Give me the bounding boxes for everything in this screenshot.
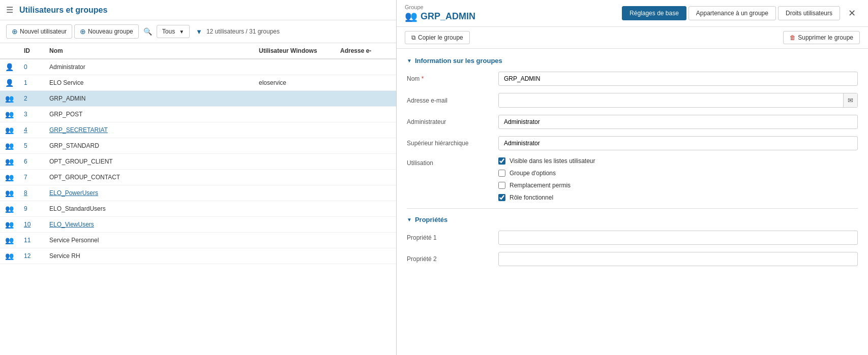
prop2-label: Propriété 2 (407, 255, 498, 263)
filter-icon: ▼ (196, 28, 202, 36)
table-row[interactable]: 👥6OPT_GROUP_CLIENT (0, 154, 396, 170)
row-name[interactable]: OPT_GROUP_CLIENT (44, 154, 254, 170)
menu-icon[interactable]: ☰ (6, 5, 13, 15)
delete-group-button[interactable]: 🗑 Supprimer le groupe (783, 31, 860, 44)
checkbox-remplacement-input[interactable] (498, 182, 505, 189)
group-title-area: Groupe 👥 GRP_ADMIN (405, 4, 618, 22)
tab-appartenance-groupe[interactable]: Appartenance à un groupe (689, 6, 776, 20)
row-name[interactable]: GRP_ADMIN (44, 91, 254, 107)
row-name[interactable]: ELO_StandardUsers (44, 201, 254, 217)
form-row-prop1: Propriété 1 (407, 231, 858, 245)
row-name[interactable]: Administrator (44, 59, 254, 75)
col-icon (0, 43, 19, 59)
row-icon-cell: 👥 (0, 154, 19, 170)
row-name[interactable]: GRP_STANDARD (44, 138, 254, 154)
email-label: Adresse e-mail (407, 97, 498, 104)
col-windows-user: Utilisateur Windows (254, 43, 335, 59)
close-button[interactable]: ✕ (844, 6, 860, 21)
row-name[interactable]: Service RH (44, 248, 254, 264)
table-row[interactable]: 👥11Service Personnel (0, 233, 396, 248)
row-icon-cell: 👥 (0, 248, 19, 264)
row-name[interactable]: GRP_SECRETARIAT (44, 122, 254, 138)
row-windows-user (254, 107, 335, 122)
checkbox-options-group-input[interactable] (498, 170, 505, 177)
table-row[interactable]: 👥4GRP_SECRETARIAT (0, 122, 396, 138)
form-content: ▼ Information sur les groupes Nom * Adre… (397, 49, 868, 281)
group-icon: 👥 (5, 205, 14, 213)
table-row[interactable]: 👥9ELO_StandardUsers (0, 201, 396, 217)
col-id: ID (19, 43, 44, 59)
row-email (335, 170, 396, 185)
row-windows-user (254, 217, 335, 233)
checkbox-remplacement: Remplacement permis (498, 182, 858, 189)
row-windows-user (254, 91, 335, 107)
prop1-input[interactable] (498, 231, 858, 245)
row-name[interactable]: ELO_ViewUsers (44, 217, 254, 233)
user-icon: 👤 (5, 63, 14, 71)
trash-icon: 🗑 (790, 34, 796, 41)
nom-input[interactable] (498, 72, 858, 86)
table-row[interactable]: 👥8ELO_PowerUsers (0, 185, 396, 201)
row-email (335, 107, 396, 122)
checkbox-visible-input[interactable] (498, 157, 505, 165)
section-properties-header[interactable]: ▼ Propriétés (407, 216, 858, 223)
row-name[interactable]: OPT_GROUP_CONTACT (44, 170, 254, 185)
section-properties-title: Propriétés (415, 216, 447, 223)
header-bar: ☰ Utilisateurs et groupes (0, 0, 396, 20)
table-row[interactable]: 👤0Administrator (0, 59, 396, 75)
superior-input[interactable] (498, 136, 858, 150)
email-input[interactable] (499, 94, 843, 107)
checkbox-visible-label[interactable]: Visible dans les listes utilisateur (510, 157, 595, 165)
table-row[interactable]: 👥12Service RH (0, 248, 396, 264)
new-group-button[interactable]: ⊕ Nouveau groupe (74, 24, 139, 39)
tab-droits-utilisateurs[interactable]: Droits utilisateurs (778, 6, 840, 20)
row-id: 8 (19, 185, 44, 201)
email-input-wrap: ✉ (498, 93, 858, 108)
row-windows-user (254, 233, 335, 248)
section-group-info-header[interactable]: ▼ Information sur les groupes (407, 57, 858, 64)
row-windows-user (254, 59, 335, 75)
left-panel: ☰ Utilisateurs et groupes ⊕ Nouvel utili… (0, 0, 397, 355)
app-title: Utilisateurs et groupes (19, 6, 390, 15)
row-id: 11 (19, 233, 44, 248)
mail-icon[interactable]: ✉ (843, 93, 857, 107)
table-row[interactable]: 👥5GRP_STANDARD (0, 138, 396, 154)
form-row-email: Adresse e-mail ✉ (407, 93, 858, 108)
admin-input[interactable] (498, 115, 858, 129)
checkbox-role-fonctionnel-input[interactable] (498, 194, 505, 201)
prop2-input[interactable] (498, 252, 858, 266)
table-row[interactable]: 👥2GRP_ADMIN (0, 91, 396, 107)
row-icon-cell: 👥 (0, 107, 19, 122)
filter-dropdown[interactable]: Tous ▼ (157, 25, 190, 38)
delete-group-label: Supprimer le groupe (798, 34, 853, 41)
checkbox-role-fonctionnel-label[interactable]: Rôle fonctionnel (510, 194, 553, 201)
table-row[interactable]: 👤1ELO Serviceeloservice (0, 75, 396, 91)
count-label: 12 utilisateurs / 31 groupes (206, 28, 280, 35)
row-id: 1 (19, 75, 44, 91)
form-row-superior: Supérieur hiérarchique (407, 136, 858, 150)
row-name[interactable]: Service Personnel (44, 233, 254, 248)
tab-reglages-de-base[interactable]: Réglages de base (622, 6, 686, 20)
new-user-button[interactable]: ⊕ Nouvel utilisateur (6, 24, 72, 39)
row-email (335, 75, 396, 91)
copy-group-button[interactable]: ⧉ Copier le groupe (405, 31, 470, 44)
row-email (335, 233, 396, 248)
checkbox-options-group: Groupe d'options (498, 170, 858, 177)
form-row-admin: Administrateur (407, 115, 858, 129)
checkbox-remplacement-label[interactable]: Remplacement permis (510, 182, 571, 189)
right-panel-header: Groupe 👥 GRP_ADMIN Réglages de base Appa… (397, 0, 868, 27)
main-layout: ☰ Utilisateurs et groupes ⊕ Nouvel utili… (0, 0, 868, 355)
section-group-info-title: Information sur les groupes (415, 57, 502, 64)
table-row[interactable]: 👥10ELO_ViewUsers (0, 217, 396, 233)
table-row[interactable]: 👥3GRP_POST (0, 107, 396, 122)
row-name[interactable]: ELO_PowerUsers (44, 185, 254, 201)
checkbox-options-group-label[interactable]: Groupe d'options (510, 170, 556, 177)
col-name: Nom (44, 43, 254, 59)
row-name[interactable]: GRP_POST (44, 107, 254, 122)
table-row[interactable]: 👥7OPT_GROUP_CONTACT (0, 170, 396, 185)
row-name[interactable]: ELO Service (44, 75, 254, 91)
search-button[interactable]: 🔍 (141, 25, 155, 38)
copy-group-label: Copier le groupe (418, 34, 463, 41)
checkbox-group: Visible dans les listes utilisateur Grou… (498, 157, 858, 201)
new-user-label: Nouvel utilisateur (20, 28, 67, 35)
